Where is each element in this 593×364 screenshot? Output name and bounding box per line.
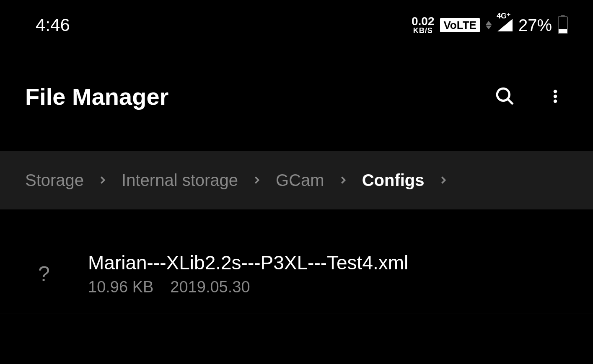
unknown-file-icon: ?: [34, 262, 54, 286]
file-name: Marian---XLib2.2s---P3XL---Test4.xml: [88, 251, 408, 274]
status-time: 4:46: [36, 15, 70, 35]
file-date: 2019.05.30: [170, 278, 250, 296]
svg-line-1: [508, 99, 513, 104]
svg-point-3: [554, 95, 557, 98]
breadcrumb-item-configs[interactable]: Configs: [362, 171, 425, 190]
network-speed-unit: KB/S: [413, 27, 433, 34]
app-title: File Manager: [25, 83, 168, 110]
breadcrumb-item-internal-storage[interactable]: Internal storage: [122, 171, 238, 190]
file-meta: 10.96 KB 2019.05.30: [88, 278, 408, 296]
file-row[interactable]: ? Marian---XLib2.2s---P3XL---Test4.xml 1…: [0, 235, 593, 313]
signal-icon: [497, 19, 513, 31]
svg-point-2: [554, 90, 557, 93]
battery-percentage: 27%: [518, 16, 552, 35]
breadcrumb-item-gcam[interactable]: GCam: [276, 171, 324, 190]
battery-icon: [558, 16, 568, 34]
search-button[interactable]: [492, 84, 518, 109]
more-vertical-icon: [547, 86, 564, 107]
svg-point-4: [554, 100, 557, 103]
data-updown-icon: [486, 21, 492, 29]
file-info: Marian---XLib2.2s---P3XL---Test4.xml 10.…: [88, 251, 408, 296]
network-type-label: 4G⁺: [497, 11, 511, 21]
network-speed-value: 0.02: [412, 16, 435, 27]
volte-badge: VoLTE: [440, 18, 479, 32]
more-options-button[interactable]: [543, 84, 568, 109]
file-list: ? Marian---XLib2.2s---P3XL---Test4.xml 1…: [0, 209, 593, 313]
svg-point-0: [497, 88, 509, 101]
chevron-right-icon: [252, 176, 262, 185]
chevron-right-icon: [98, 176, 107, 185]
status-indicators: 0.02 KB/S VoLTE 4G⁺ 27%: [412, 16, 568, 35]
breadcrumb-item-storage[interactable]: Storage: [25, 171, 84, 190]
search-icon: [495, 86, 515, 107]
signal-indicator: 4G⁺: [497, 19, 513, 31]
header-actions: [492, 84, 568, 109]
chevron-right-icon: [439, 176, 448, 185]
status-bar: 4:46 0.02 KB/S VoLTE 4G⁺ 27%: [0, 0, 593, 42]
app-header: File Manager: [0, 42, 593, 151]
file-size: 10.96 KB: [88, 278, 153, 296]
breadcrumb: Storage Internal storage GCam Configs: [0, 151, 593, 209]
network-speed-indicator: 0.02 KB/S: [412, 16, 435, 34]
chevron-right-icon: [339, 176, 348, 185]
